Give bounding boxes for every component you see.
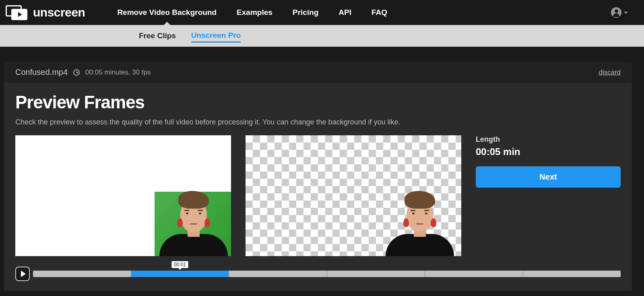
nav-faq[interactable]: FAQ	[372, 1, 387, 24]
logo-icon	[6, 5, 27, 20]
file-name: Confused.mp4	[15, 68, 68, 77]
next-button[interactable]: Next	[476, 166, 621, 188]
preview-frames	[15, 135, 461, 256]
preview-nobackground	[246, 135, 461, 256]
timeline-segment[interactable]	[425, 271, 523, 277]
timeline-segment[interactable]	[131, 271, 229, 277]
page-description: Check the preview to assess the quality …	[15, 118, 621, 126]
chevron-down-icon	[624, 12, 628, 14]
nav-pricing[interactable]: Pricing	[293, 1, 318, 24]
preview-original	[15, 135, 231, 256]
page-title: Preview Frames	[15, 92, 621, 112]
play-button[interactable]	[15, 267, 30, 281]
discard-link[interactable]: discard	[599, 68, 621, 77]
timeline-segment[interactable]	[33, 271, 131, 277]
main-card: Confused.mp4 00:05 minutes, 30 fps disca…	[4, 62, 632, 291]
brand-name: unscreen	[33, 6, 85, 19]
timeline: 00:01	[15, 267, 621, 281]
timeline-segment[interactable]	[229, 271, 327, 277]
user-icon	[611, 7, 621, 18]
nav-api[interactable]: API	[339, 1, 351, 24]
subnav-unscreen-pro[interactable]: Unscreen Pro	[191, 29, 241, 43]
logo[interactable]: unscreen	[6, 5, 85, 20]
main-nav: Remove Video Background Examples Pricing…	[117, 1, 387, 24]
greenscreen-inset	[155, 192, 231, 256]
timeline-segment[interactable]	[523, 271, 621, 277]
nav-examples[interactable]: Examples	[237, 1, 272, 24]
top-header: unscreen Remove Video Background Example…	[0, 0, 644, 25]
length-value: 00:05 min	[476, 146, 621, 157]
nav-remove-video-bg[interactable]: Remove Video Background	[117, 1, 217, 24]
person-figure	[159, 192, 228, 256]
card-header: Confused.mp4 00:05 minutes, 30 fps disca…	[4, 62, 632, 83]
subnav-free-clips[interactable]: Free Clips	[139, 30, 176, 42]
timeline-segment[interactable]	[327, 271, 425, 277]
side-panel: Length 00:05 min Next	[476, 135, 621, 188]
timeline-tooltip: 00:01	[171, 261, 188, 268]
person-figure	[386, 192, 454, 256]
clock-icon	[73, 69, 80, 76]
timeline-track[interactable]: 00:01	[33, 271, 621, 277]
length-label: Length	[476, 135, 621, 144]
account-menu[interactable]	[611, 7, 628, 18]
sub-nav: Free Clips Unscreen Pro	[0, 25, 644, 47]
file-meta: 00:05 minutes, 30 fps	[85, 68, 151, 77]
